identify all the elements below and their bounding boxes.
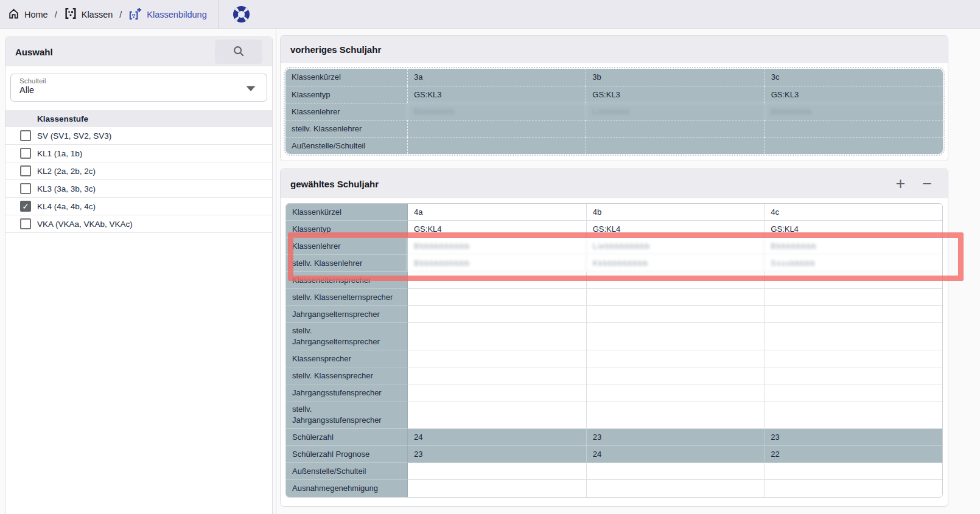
breadcrumb-home[interactable]: Home — [7, 7, 48, 22]
breadcrumb-klassen-label: Klassen — [82, 10, 113, 19]
breadcrumb: Home / Klassen / Klassenbildung — [7, 7, 207, 23]
row-label: Jahrgangsstufensprecher — [286, 384, 408, 401]
table-cell[interactable] — [764, 272, 942, 289]
redacted-cell[interactable]: Bbbbbbbbbbb — [408, 238, 586, 255]
table-cell[interactable] — [408, 272, 586, 289]
redacted-cell[interactable]: Ssssbbbbb — [764, 255, 942, 272]
row-label: Jahrgangselternsprecher — [286, 306, 408, 323]
table-cell[interactable] — [586, 323, 765, 350]
table-cell[interactable] — [586, 384, 765, 401]
table-cell: 3c — [765, 69, 943, 86]
table-row: stellv. Klassenelternsprecher — [286, 289, 942, 306]
table-cell[interactable]: 4b — [586, 204, 765, 221]
table-cell[interactable] — [408, 323, 586, 350]
table-cell[interactable] — [586, 289, 765, 306]
app-body: Auswahl Schulteil Alle Klassenstufe SV (… — [0, 29, 980, 514]
add-class-button[interactable]: + — [893, 176, 908, 192]
checkbox-checked-icon[interactable]: ✓ — [20, 201, 31, 212]
life-ring-icon — [233, 6, 250, 23]
breadcrumb-home-label: Home — [24, 10, 48, 19]
table-cell[interactable]: 23 — [586, 429, 765, 446]
selected-year-table: Klassenkürzel4a4b4cKlassentypGS:KL4GS:KL… — [285, 203, 943, 498]
redacted-cell[interactable]: Bbbbbbbbb — [764, 238, 942, 255]
table-cell[interactable]: 4c — [764, 204, 942, 221]
table-cell[interactable] — [586, 463, 765, 480]
table-cell[interactable] — [408, 289, 586, 306]
breadcrumb-separator: / — [119, 10, 122, 19]
table-cell[interactable] — [764, 323, 942, 350]
klassenstufe-list-item[interactable]: KL1 (1a, 1b) — [5, 145, 272, 162]
table-row: stellv. Jahrgangselternsprecher — [286, 323, 942, 350]
table-cell[interactable] — [764, 289, 942, 306]
table-cell[interactable] — [764, 401, 942, 429]
table-cell[interactable]: 23 — [764, 429, 942, 446]
table-cell[interactable]: 24 — [586, 446, 765, 463]
table-cell[interactable] — [764, 384, 942, 401]
table-cell[interactable] — [408, 480, 586, 497]
breadcrumb-klassenbildung[interactable]: Klassenbildung — [128, 7, 206, 23]
schulteil-select[interactable]: Schulteil Alle — [10, 74, 267, 102]
table-cell[interactable] — [764, 463, 942, 480]
table-cell[interactable] — [408, 306, 586, 323]
table-row: KlassenlehrerBbbbbbbbLibbbbbbBbbbbbbb — [285, 103, 943, 120]
search-button[interactable] — [215, 40, 262, 64]
table-cell[interactable]: GS:KL4 — [586, 221, 765, 238]
table-cell[interactable]: GS:KL4 — [764, 221, 942, 238]
home-icon — [7, 7, 20, 22]
table-cell[interactable]: 24 — [408, 429, 586, 446]
row-label: stellv. Klassenlehrer — [285, 120, 407, 137]
table-cell[interactable] — [408, 350, 586, 367]
table-cell: GS:KL3 — [407, 86, 586, 103]
redacted-cell[interactable]: Bbbbbbbbbbb — [408, 255, 586, 272]
table-cell[interactable] — [586, 401, 765, 429]
klassen-group-icon — [64, 7, 77, 22]
klassenstufe-list-item[interactable]: ✓KL4 (4a, 4b, 4c) — [5, 198, 272, 215]
table-cell[interactable] — [764, 350, 942, 367]
klassenstufe-list-item[interactable]: KL2 (2a, 2b, 2c) — [5, 162, 272, 180]
table-cell — [586, 137, 764, 154]
row-label: Außenstelle/Schulteil — [286, 463, 408, 480]
table-cell[interactable] — [764, 480, 942, 497]
selected-year-title: gewähltes Schuljahr — [290, 179, 379, 189]
table-cell[interactable] — [764, 367, 942, 384]
table-cell — [765, 120, 943, 137]
klassenstufe-item-label: SV (SV1, SV2, SV3) — [37, 131, 111, 141]
row-label: Klassenlehrer — [286, 238, 408, 255]
table-cell[interactable]: 4a — [408, 204, 586, 221]
table-cell[interactable] — [586, 480, 765, 497]
klassenstufe-list-item[interactable]: VKA (VKAa, VKAb, VKAc) — [5, 215, 272, 233]
topbar-divider — [218, 0, 219, 29]
row-label: stellv. Klassenelternsprecher — [286, 289, 408, 306]
checkbox-icon[interactable] — [20, 165, 31, 176]
redacted-cell[interactable]: Kkbbbbbbbbb — [586, 255, 765, 272]
checkbox-icon[interactable] — [20, 218, 31, 229]
table-cell[interactable] — [764, 306, 942, 323]
table-cell[interactable] — [408, 367, 586, 384]
breadcrumb-klassen[interactable]: Klassen — [64, 7, 113, 22]
redacted-cell[interactable]: Liebbbbbbbbb — [586, 238, 765, 255]
klassenstufe-item-label: KL3 (3a, 3b, 3c) — [37, 184, 96, 193]
table-cell[interactable]: GS:KL4 — [408, 221, 586, 238]
table-cell: 3a — [407, 69, 586, 86]
remove-class-button[interactable]: − — [920, 176, 934, 192]
table-cell[interactable]: 22 — [764, 446, 942, 463]
checkbox-icon[interactable] — [20, 183, 31, 194]
checkbox-icon[interactable] — [20, 130, 31, 141]
klassenstufe-list-item[interactable]: SV (SV1, SV2, SV3) — [5, 127, 272, 145]
table-cell[interactable] — [586, 350, 765, 367]
table-cell[interactable] — [408, 463, 586, 480]
table-cell[interactable] — [586, 306, 765, 323]
row-label: Ausnahmegenehmigung — [286, 480, 408, 497]
klassenstufe-list: SV (SV1, SV2, SV3)KL1 (1a, 1b)KL2 (2a, 2… — [5, 127, 272, 233]
table-row: Ausnahmegenehmigung — [286, 480, 942, 497]
table-cell[interactable] — [586, 272, 765, 289]
table-cell[interactable] — [586, 367, 765, 384]
table-row: Schülerzahl Prognose232422 — [286, 446, 942, 463]
row-label: stellv. Klassenlehrer — [286, 255, 408, 272]
checkbox-icon[interactable] — [20, 148, 31, 159]
klassenstufe-item-label: KL1 (1a, 1b) — [37, 149, 82, 158]
table-cell[interactable]: 23 — [408, 446, 586, 463]
klassenstufe-list-item[interactable]: KL3 (3a, 3b, 3c) — [5, 180, 272, 198]
table-cell[interactable] — [408, 384, 586, 401]
table-cell[interactable] — [408, 401, 586, 429]
